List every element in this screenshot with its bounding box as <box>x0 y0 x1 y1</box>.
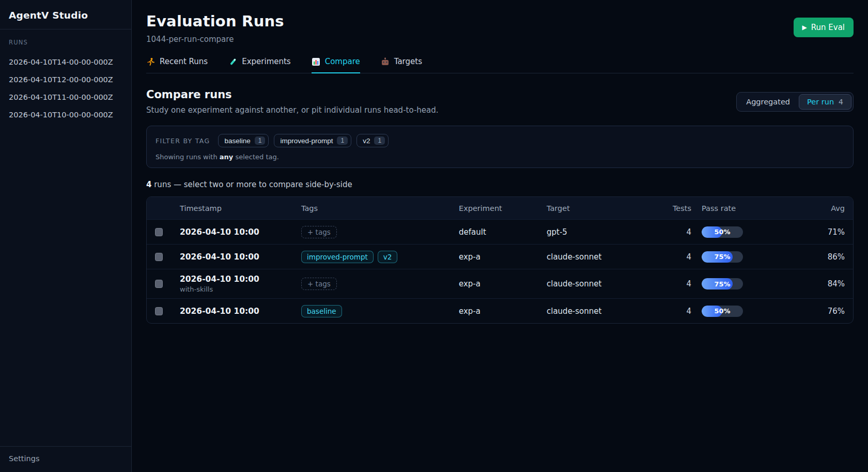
table-row: 2026-04-10 10:00 with-skills + tags exp-… <box>147 269 853 298</box>
cell-experiment: exp-a <box>459 252 536 262</box>
sidebar-item-run[interactable]: 2026-04-10T11-00-00-000Z <box>9 88 122 106</box>
toggle-aggregated[interactable]: Aggregated <box>738 95 798 109</box>
run-subtitle: with-skills <box>180 285 291 293</box>
cell-tags: baseline <box>301 305 448 317</box>
column-header-pass-rate: Pass rate <box>702 204 774 212</box>
table-row: 2026-04-10 10:00 + tags default gpt-5 4 … <box>147 219 853 244</box>
cell-tests: 4 <box>668 279 691 288</box>
cell-avg: 84% <box>784 279 845 288</box>
tab-recent-runs[interactable]: Recent Runs <box>146 57 208 73</box>
cell-tags: improved-prompt v2 <box>301 251 448 263</box>
filter-tag-count: 1 <box>255 136 266 145</box>
filter-tag-label: v2 <box>363 137 370 145</box>
bar-chart-icon <box>312 57 320 66</box>
column-header-tests: Tests <box>668 204 691 212</box>
tab-label: Recent Runs <box>160 57 208 66</box>
cell-timestamp: 2026-04-10 10:00 with-skills <box>180 275 291 293</box>
filter-showing-note: Showing runs with any selected tag. <box>156 153 844 161</box>
filter-tag-label: improved-prompt <box>280 137 333 145</box>
cell-target: claude-sonnet <box>547 252 658 262</box>
run-tag[interactable]: baseline <box>301 305 342 317</box>
filter-tag-improved-prompt[interactable]: improved-prompt 1 <box>274 134 351 147</box>
tab-experiments[interactable]: Experiments <box>228 57 290 73</box>
pass-rate-label: 50% <box>702 226 743 238</box>
compare-header: Compare runs Study one experiment agains… <box>146 88 854 115</box>
tab-targets[interactable]: Targets <box>381 57 422 73</box>
cell-avg: 71% <box>784 227 845 237</box>
toggle-per-run[interactable]: Per run 4 <box>799 94 851 110</box>
tab-label: Targets <box>394 57 422 66</box>
filter-tag-list: baseline 1 improved-prompt 1 v2 1 <box>218 134 389 147</box>
robot-icon <box>381 57 390 66</box>
cell-target: claude-sonnet <box>547 279 658 288</box>
cell-avg: 76% <box>784 307 845 316</box>
row-checkbox[interactable] <box>155 280 163 288</box>
filter-tag-count: 1 <box>337 136 348 145</box>
pass-rate-pill: 50% <box>702 306 743 317</box>
column-header-timestamp: Timestamp <box>180 204 291 212</box>
add-tags-button[interactable]: + tags <box>301 226 337 238</box>
app-title: AgentV Studio <box>9 10 122 21</box>
cell-timestamp: 2026-04-10 10:00 <box>180 307 291 316</box>
cell-tests: 4 <box>668 307 691 316</box>
cell-timestamp: 2026-04-10 10:00 <box>180 227 291 237</box>
cell-tags: + tags <box>301 278 448 290</box>
compare-description: Study one experiment against another, or… <box>146 105 439 115</box>
table-row: 2026-04-10 10:00 improved-prompt v2 exp-… <box>147 244 853 269</box>
toggle-per-run-count: 4 <box>839 98 843 106</box>
toggle-aggregated-label: Aggregated <box>746 98 790 106</box>
pass-rate-label: 50% <box>702 306 743 317</box>
filter-by-tag-label: FILTER BY TAG <box>156 137 210 145</box>
run-eval-label: Run Eval <box>811 23 845 32</box>
play-icon: ▶ <box>802 24 807 31</box>
sidebar-item-run[interactable]: 2026-04-10T10-00-00-000Z <box>9 106 122 124</box>
table-body: 2026-04-10 10:00 + tags default gpt-5 4 … <box>147 219 853 323</box>
test-tube-icon <box>228 57 237 66</box>
sidebar-item-run[interactable]: 2026-04-10T12-00-00-000Z <box>9 71 122 88</box>
tab-compare[interactable]: Compare <box>312 57 360 73</box>
sidebar: AgentV Studio RUNS 2026-04-10T14-00-00-0… <box>0 0 132 472</box>
sidebar-header: AgentV Studio <box>0 0 131 29</box>
run-eval-button[interactable]: ▶ Run Eval <box>794 18 854 37</box>
pass-rate-label: 75% <box>702 251 743 263</box>
cell-tests: 4 <box>668 227 691 237</box>
cell-target: gpt-5 <box>547 227 658 237</box>
page-header: Evaluation Runs 1044-per-run-compare ▶ R… <box>146 12 854 44</box>
column-header-tags: Tags <box>301 204 448 212</box>
settings-link[interactable]: Settings <box>9 454 122 463</box>
cell-tests: 4 <box>668 252 691 262</box>
run-tag[interactable]: improved-prompt <box>301 251 374 263</box>
pass-rate-pill: 75% <box>702 278 743 290</box>
cell-pass-rate: 75% <box>702 278 774 290</box>
tab-label: Compare <box>325 57 360 66</box>
runner-icon <box>146 57 155 66</box>
run-tag[interactable]: v2 <box>378 251 398 263</box>
sidebar-runs-section: RUNS 2026-04-10T14-00-00-000Z 2026-04-10… <box>0 29 131 446</box>
filter-by-tag-card: FILTER BY TAG baseline 1 improved-prompt… <box>146 126 854 168</box>
page-subtitle: 1044-per-run-compare <box>146 35 284 44</box>
filter-tag-baseline[interactable]: baseline 1 <box>218 134 269 147</box>
runs-table: Timestamp Tags Experiment Target Tests P… <box>146 196 854 324</box>
cell-experiment: exp-a <box>459 307 536 316</box>
cell-pass-rate: 50% <box>702 306 774 317</box>
tab-label: Experiments <box>242 57 290 66</box>
toggle-per-run-label: Per run <box>807 98 834 106</box>
cell-pass-rate: 75% <box>702 251 774 263</box>
row-checkbox[interactable] <box>155 307 163 315</box>
filter-tag-count: 1 <box>374 136 385 145</box>
column-header-experiment: Experiment <box>459 204 536 212</box>
row-checkbox[interactable] <box>155 253 163 261</box>
pass-rate-label: 75% <box>702 278 743 290</box>
filter-tag-v2[interactable]: v2 1 <box>357 134 389 147</box>
page-title: Evaluation Runs <box>146 12 284 30</box>
sidebar-item-run[interactable]: 2026-04-10T14-00-00-000Z <box>9 53 122 71</box>
cell-tags: + tags <box>301 226 448 238</box>
row-checkbox[interactable] <box>155 228 163 236</box>
add-tags-button[interactable]: + tags <box>301 278 337 290</box>
column-header-avg: Avg <box>784 204 845 212</box>
cell-timestamp: 2026-04-10 10:00 <box>180 252 291 262</box>
pass-rate-pill: 75% <box>702 251 743 263</box>
cell-experiment: exp-a <box>459 279 536 288</box>
runs-section-label: RUNS <box>9 39 122 46</box>
column-header-target: Target <box>547 204 658 212</box>
